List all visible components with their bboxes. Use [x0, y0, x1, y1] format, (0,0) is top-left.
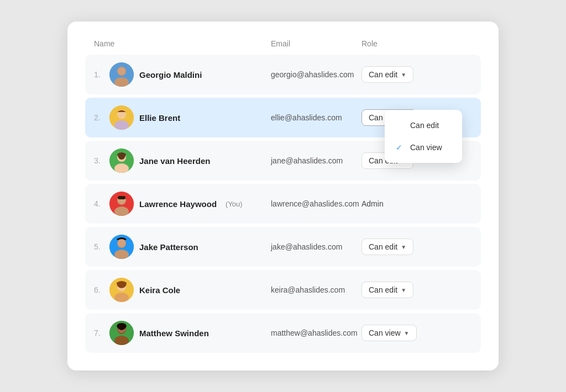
user-name: Jake Patterson: [139, 242, 198, 252]
email-cell: jake@ahaslides.com: [271, 242, 361, 251]
svg-point-3: [118, 67, 125, 75]
user-name: Keira Cole: [139, 285, 180, 295]
email-text: georgio@ahaslides.com: [271, 70, 354, 79]
dropdown-option-can-edit[interactable]: Can edit: [385, 114, 462, 136]
row-number: 3.: [94, 156, 104, 165]
row-number: 6.: [94, 285, 104, 294]
email-cell: keira@ahaslides.com: [271, 285, 361, 294]
table-header: Name Email Role: [85, 39, 481, 55]
role-cell: Can view ▼: [361, 325, 472, 341]
option-label: Can view: [410, 143, 442, 152]
check-mark-icon: ✓: [396, 143, 405, 152]
email-cell: lawrence@ahaslides.com: [271, 199, 361, 208]
role-dropdown-button[interactable]: Can edit ▼: [361, 66, 413, 83]
user-name: Lawrence Haywood: [139, 199, 217, 209]
row-number: 2.: [94, 113, 104, 122]
email-text: keira@ahaslides.com: [271, 285, 345, 294]
row-number: 1.: [94, 70, 104, 79]
header-name: Name: [94, 39, 271, 48]
avatar: [109, 105, 134, 130]
email-text: lawrence@ahaslides.com: [271, 199, 359, 208]
row-number: 7.: [94, 329, 104, 337]
role-label: Can edit: [369, 70, 397, 79]
role-cell: Can edit ▼: [361, 282, 472, 298]
email-cell: matthew@ahaslides.com: [271, 329, 361, 337]
email-text: ellie@ahaslides.com: [271, 113, 342, 122]
table-row: 5. Jake Patterson jake@ahaslides.com: [85, 227, 481, 267]
role-dropdown-button[interactable]: Can edit ▼: [361, 239, 413, 255]
role-dropdown-menu: Can edit ✓ Can view: [385, 110, 462, 163]
email-cell: ellie@ahaslides.com: [271, 113, 361, 122]
avatar: [109, 192, 134, 216]
svg-point-20: [118, 239, 125, 247]
dropdown-arrow-icon: ▼: [401, 287, 406, 293]
role-label: Can edit: [369, 242, 397, 251]
name-cell: 1. Georgio Maldini: [94, 62, 271, 87]
role-cell: Can edit ▼: [361, 239, 472, 255]
email-cell: georgio@ahaslides.com: [271, 70, 361, 79]
avatar: [109, 149, 134, 173]
user-name: Georgio Maldini: [139, 70, 202, 80]
email-text: jake@ahaslides.com: [271, 242, 342, 251]
role-dropdown-button[interactable]: Can view ▼: [361, 325, 417, 341]
role-dropdown-button[interactable]: Can edit ▼: [361, 282, 413, 298]
dropdown-arrow-icon: ▼: [401, 244, 406, 250]
avatar: [109, 62, 134, 87]
role-cell: Admin: [361, 199, 472, 208]
name-cell: 5. Jake Patterson: [94, 235, 271, 259]
you-badge: (You): [226, 200, 243, 208]
email-text: matthew@ahaslides.com: [271, 329, 358, 337]
email-cell: jane@ahaslides.com: [271, 156, 361, 165]
table-body: 1. Georgio Maldini georgio@ahaslides.com…: [85, 55, 481, 353]
name-cell: 7. Matthew Swinden: [94, 321, 271, 345]
row-number: 4.: [94, 199, 104, 208]
avatar: [109, 321, 134, 345]
user-name: Ellie Brent: [139, 113, 180, 123]
name-cell: 6. Keira Cole: [94, 278, 271, 302]
dropdown-arrow-icon: ▼: [401, 72, 406, 78]
table-row: 7. Matthew Swinden matthew@ahaslides.com: [85, 313, 481, 353]
email-text: jane@ahaslides.com: [271, 156, 343, 165]
main-card: Name Email Role 1. Georgio Maldini geo: [67, 22, 499, 370]
table-row: 6. Keira Cole keira@ahaslides.com: [85, 270, 481, 310]
row-number: 5.: [94, 242, 104, 251]
role-cell: Can edit ▼: [361, 66, 472, 83]
role-label: Can view: [369, 329, 401, 337]
svg-rect-16: [118, 196, 125, 199]
role-label-plain: Admin: [361, 199, 384, 208]
avatar: [109, 235, 134, 259]
dropdown-arrow-icon: ▼: [404, 330, 410, 336]
user-name: Matthew Swinden: [139, 329, 209, 338]
dropdown-option-can-view[interactable]: ✓ Can view: [385, 136, 462, 158]
avatar: [109, 278, 134, 302]
name-cell: 2. Ellie Brent: [94, 105, 271, 130]
role-label: Can edit: [369, 285, 397, 294]
table-row: 4. Lawrence Haywood (You) lawrence@ahasl…: [85, 184, 481, 224]
header-role: Role: [361, 39, 472, 48]
table-row: 1. Georgio Maldini georgio@ahaslides.com…: [85, 55, 481, 94]
name-cell: 3. Jane van Heerden: [94, 149, 271, 173]
option-label: Can edit: [410, 121, 439, 130]
header-email: Email: [271, 39, 361, 48]
user-name: Jane van Heerden: [139, 156, 210, 166]
name-cell: 4. Lawrence Haywood (You): [94, 192, 271, 216]
